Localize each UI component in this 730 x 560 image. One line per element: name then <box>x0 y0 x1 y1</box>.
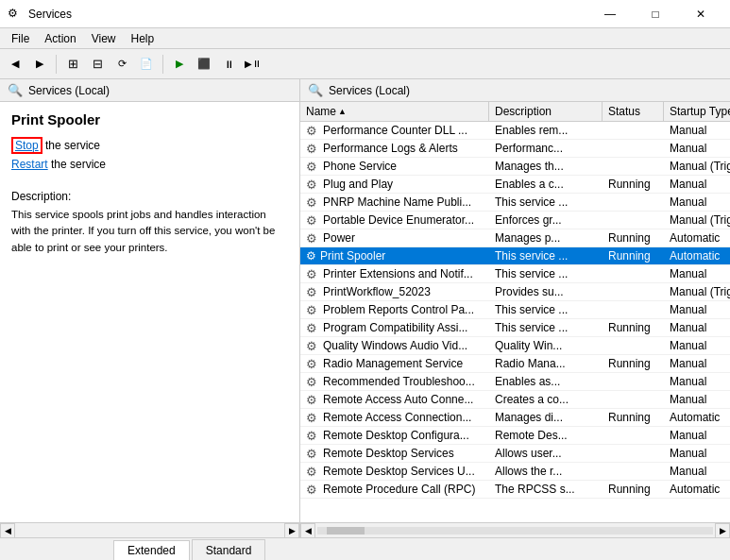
services-table[interactable]: Name ▲ Description Status Startup Type L <box>300 102 730 522</box>
tab-standard[interactable]: Standard <box>192 539 266 560</box>
cell-status: Running <box>603 229 664 246</box>
menu-action[interactable]: Action <box>37 30 83 47</box>
bottom-scrollbar[interactable]: ◀ ▶ <box>300 522 730 537</box>
cell-startup: Manual <box>664 122 730 139</box>
cell-description: Radio Mana... <box>489 355 603 372</box>
cell-startup: Automatic <box>664 409 730 426</box>
table-row[interactable]: ⚙ Printer Extensions and Notif... This s… <box>300 265 730 283</box>
service-icon: ⚙ <box>306 124 319 137</box>
forward-button[interactable]: ▶ <box>28 53 51 76</box>
table-row[interactable]: ⚙ Recommended Troubleshoo... Enables as.… <box>300 373 730 391</box>
service-icon: ⚙ <box>306 375 319 388</box>
header-name[interactable]: Name ▲ <box>300 102 489 121</box>
table-row[interactable]: ⚙ Portable Device Enumerator... Enforces… <box>300 212 730 229</box>
title-bar: ⚙ Services — □ ✕ <box>0 0 730 28</box>
table-row[interactable]: ⚙ Remote Procedure Call (RPC) The RPCSS … <box>300 481 730 499</box>
cell-name: ⚙ Remote Desktop Services U... <box>300 463 489 480</box>
service-name: Power <box>323 231 355 245</box>
pause-service-button[interactable]: ⏸ <box>217 53 240 76</box>
table-row[interactable]: ⚙ Phone Service Manages th... Manual (Tr… <box>300 158 730 176</box>
menu-bar: File Action View Help <box>0 28 730 49</box>
hscroll-right-btn[interactable]: ▶ <box>715 523 730 538</box>
table-row[interactable]: ⚙ Remote Access Connection... Manages di… <box>300 409 730 427</box>
cell-status <box>603 427 664 444</box>
table-row[interactable]: ⚙ Quality Windows Audio Vid... Quality W… <box>300 337 730 355</box>
restart-service-action[interactable]: Restart the service <box>11 158 288 171</box>
hscroll-thumb[interactable] <box>327 527 365 535</box>
table-row[interactable]: ⚙ Radio Management Service Radio Mana...… <box>300 355 730 373</box>
cell-status <box>603 194 664 211</box>
header-status[interactable]: Status <box>603 102 664 121</box>
left-hscroll-left[interactable]: ◀ <box>0 523 15 538</box>
stop-link-suffix: the service <box>42 139 100 152</box>
table-row[interactable]: ⚙ Power Manages p... Running Automatic L <box>300 229 730 247</box>
cell-name: ⚙ Problem Reports Control Pa... <box>300 301 489 318</box>
cell-description: This service ... <box>489 194 603 211</box>
restart-service-button[interactable]: ▶⏸ <box>242 53 264 76</box>
cell-status <box>603 158 664 175</box>
back-button[interactable]: ◀ <box>4 53 26 76</box>
table-row[interactable]: ⚙ Remote Desktop Services U... Allows th… <box>300 463 730 481</box>
table-row[interactable]: ⚙ Remote Desktop Services Allows user...… <box>300 445 730 463</box>
restart-link[interactable]: Restart <box>11 158 48 171</box>
cell-startup: Manual <box>664 463 730 480</box>
up-button[interactable]: ⊞ <box>61 53 84 76</box>
maximize-button[interactable]: □ <box>634 0 677 28</box>
cell-startup: Manual (Trig... <box>664 158 730 175</box>
service-name: PrintWorkflow_52023 <box>323 285 431 298</box>
cell-description: Allows user... <box>489 445 603 462</box>
table-row[interactable]: ⚙ Print Spooler This service ... Running… <box>300 247 730 265</box>
table-row[interactable]: ⚙ Program Compatibility Assi... This ser… <box>300 319 730 337</box>
service-icon: ⚙ <box>306 465 319 478</box>
left-panel-scrollbar[interactable]: ◀ ▶ <box>0 522 299 537</box>
header-description-label: Description <box>495 105 552 118</box>
hscroll-left-btn[interactable]: ◀ <box>300 523 315 538</box>
right-panel-title: Services (Local) <box>329 84 410 97</box>
service-name: Performance Logs & Alerts <box>323 142 458 155</box>
stop-service-button[interactable]: ⬛ <box>193 53 215 76</box>
export-button[interactable]: 📄 <box>135 53 158 76</box>
refresh-button[interactable]: ⟳ <box>110 53 133 76</box>
tab-extended[interactable]: Extended <box>113 540 190 560</box>
table-row[interactable]: ⚙ Remote Access Auto Conne... Creates a … <box>300 391 730 409</box>
cell-status <box>603 122 664 139</box>
minimize-button[interactable]: — <box>588 0 632 28</box>
service-icon: ⚙ <box>306 231 319 245</box>
table-row[interactable]: ⚙ Performance Counter DLL ... Enables re… <box>300 122 730 140</box>
cell-description: Manages di... <box>489 409 603 426</box>
show-hide-button[interactable]: ⊟ <box>86 53 109 76</box>
table-row[interactable]: ⚙ Plug and Play Enables a c... Running M… <box>300 176 730 194</box>
left-hscroll-track[interactable] <box>15 523 284 537</box>
menu-file[interactable]: File <box>4 30 37 47</box>
header-description[interactable]: Description <box>489 102 603 121</box>
separator-2 <box>162 55 163 74</box>
service-name: Phone Service <box>323 160 397 173</box>
left-panel-search-icon: 🔍 <box>8 83 23 97</box>
stop-link-wrapper[interactable]: Stop <box>11 137 42 154</box>
service-name: Print Spooler <box>320 249 385 263</box>
close-button[interactable]: ✕ <box>679 0 722 28</box>
cell-status <box>603 373 664 390</box>
stop-service-action[interactable]: Stop the service <box>11 137 288 154</box>
service-icon: ⚙ <box>306 267 319 280</box>
table-row[interactable]: ⚙ Performance Logs & Alerts Performanc..… <box>300 140 730 158</box>
service-icon: ⚙ <box>306 393 319 406</box>
header-startup[interactable]: Startup Type <box>664 102 730 121</box>
cell-name: ⚙ Program Compatibility Assi... <box>300 319 489 336</box>
table-row[interactable]: ⚙ Problem Reports Control Pa... This ser… <box>300 301 730 319</box>
cell-description: Enables a c... <box>489 176 603 193</box>
cell-name: ⚙ Remote Access Connection... <box>300 409 489 426</box>
menu-help[interactable]: Help <box>124 30 162 47</box>
menu-view[interactable]: View <box>84 30 124 47</box>
table-row[interactable]: ⚙ Remote Desktop Configura... Remote Des… <box>300 427 730 445</box>
toolbar: ◀ ▶ ⊞ ⊟ ⟳ 📄 ▶ ⬛ ⏸ ▶⏸ <box>0 49 730 79</box>
start-service-button[interactable]: ▶ <box>168 53 191 76</box>
left-panel-header: 🔍 Services (Local) <box>0 79 299 102</box>
service-name: Remote Desktop Configura... <box>323 429 469 442</box>
left-hscroll-right[interactable]: ▶ <box>284 523 299 538</box>
table-row[interactable]: ⚙ PNRP Machine Name Publi... This servic… <box>300 194 730 212</box>
table-row[interactable]: ⚙ PrintWorkflow_52023 Provides su... Man… <box>300 283 730 301</box>
stop-link[interactable]: Stop <box>15 139 39 152</box>
service-icon: ⚙ <box>306 249 316 263</box>
hscroll-track[interactable] <box>317 527 713 535</box>
